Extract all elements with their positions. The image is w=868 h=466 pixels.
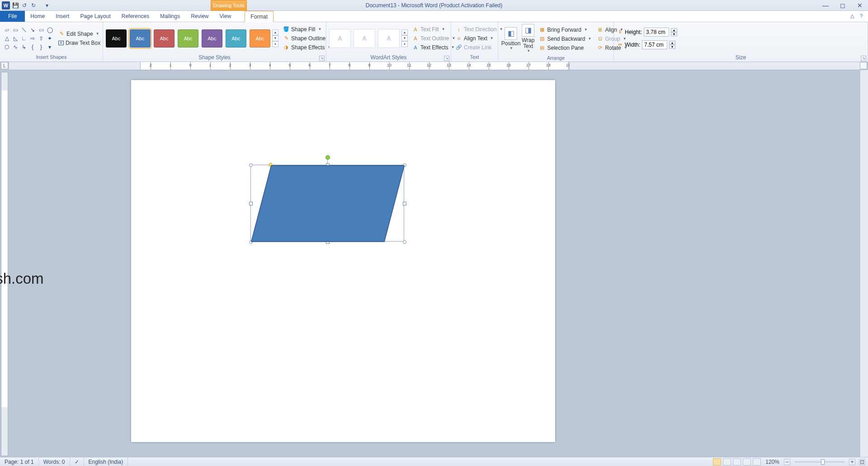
selection-pane-button[interactable]: ▤Selection Pane	[537, 44, 593, 52]
edit-shape-button[interactable]: ✎ Edit Shape ▼	[57, 30, 102, 38]
tab-review[interactable]: Review	[185, 11, 214, 22]
tab-mailings[interactable]: Mailings	[155, 11, 185, 22]
shapes-gallery[interactable]: ▱ ▭ ＼ ↘ ▭ ◯ △ ◺ ∟ ⇨ ⇧ ✦ ⬡ ∿ ↳ { } ▾	[3, 26, 54, 51]
vertical-scrollbar[interactable]	[860, 70, 868, 457]
tab-page-layout[interactable]: Page Layout	[75, 11, 116, 22]
rotate-handle[interactable]	[326, 155, 330, 160]
horizontal-ruler[interactable]: 21012345678910111213141516171819	[9, 62, 860, 70]
zoom-out-button[interactable]: −	[784, 459, 790, 465]
width-input[interactable]: 7.57 cm	[642, 40, 667, 49]
text-effects-button[interactable]: AText Effects▼	[412, 43, 455, 52]
minimize-button[interactable]: —	[819, 1, 832, 10]
shape-arrow-icon[interactable]: ↘	[28, 26, 37, 34]
height-input[interactable]: 3.78 cm	[644, 28, 669, 37]
wordart-style-2[interactable]: A	[354, 29, 375, 48]
create-link-button[interactable]: 🔗Create Link	[454, 43, 505, 52]
zoom-level[interactable]: 120%	[765, 459, 779, 465]
shape-brace-icon[interactable]: {	[28, 43, 37, 51]
shape-curve-icon[interactable]: ∿	[11, 43, 19, 51]
shape-more-icon[interactable]: ▾	[46, 43, 54, 51]
status-words[interactable]: Words: 0	[39, 457, 70, 466]
wa-gallery-more-icon[interactable]: ▾	[401, 41, 408, 47]
close-button[interactable]: ✕	[854, 1, 866, 10]
shape-brace2-icon[interactable]: }	[37, 43, 45, 51]
tab-format[interactable]: Format	[245, 11, 274, 22]
tab-view[interactable]: View	[214, 11, 237, 22]
wrap-text-button[interactable]: ◨Wrap Text▼	[521, 23, 535, 54]
height-spin-down[interactable]: ▼	[671, 32, 677, 36]
draw-text-box-button[interactable]: A Draw Text Box	[57, 39, 102, 47]
shape-outline-button[interactable]: ✎Shape Outline▼	[283, 34, 332, 43]
shape-style-5[interactable]: Abc	[226, 29, 246, 48]
shape-selection-box[interactable]	[250, 165, 404, 242]
ruler-toggle-button[interactable]	[860, 62, 867, 69]
parallelogram-shape[interactable]	[251, 165, 405, 242]
shape-styles-dialog-icon[interactable]: ↘	[319, 56, 325, 61]
vertical-ruler[interactable]	[1, 72, 8, 456]
shape-hex-icon[interactable]: ⬡	[3, 43, 11, 51]
shape-style-4[interactable]: Abc	[202, 29, 222, 48]
view-print-layout-button[interactable]	[713, 458, 721, 466]
tab-home[interactable]: Home	[25, 11, 50, 22]
undo-icon[interactable]: ↺	[21, 2, 28, 9]
shape-triangle-icon[interactable]: △	[3, 34, 11, 43]
shape-l-icon[interactable]: ∟	[20, 34, 28, 43]
word-app-icon[interactable]: W	[2, 1, 10, 10]
shape-style-3[interactable]: Abc	[178, 29, 198, 48]
gallery-up-icon[interactable]: ▲	[272, 29, 278, 35]
status-proofing[interactable]: ✓	[70, 457, 84, 466]
shape-rect-icon[interactable]: ▭	[11, 26, 19, 34]
width-spin-up[interactable]: ▲	[669, 41, 675, 45]
shape-rect2-icon[interactable]: ▭	[37, 26, 45, 34]
wordart-style-3[interactable]: A	[378, 29, 400, 48]
maximize-button[interactable]: ◻	[836, 1, 849, 10]
position-button[interactable]: ◧Position▼	[501, 26, 521, 52]
wordart-gallery[interactable]: A A A	[329, 29, 400, 48]
view-outline-button[interactable]	[743, 458, 751, 466]
shape-rtri-icon[interactable]: ◺	[11, 34, 19, 43]
save-icon[interactable]: 💾	[12, 2, 19, 9]
align-text-button[interactable]: ≡Align Text▼	[454, 34, 505, 43]
wa-gallery-up-icon[interactable]: ▲	[401, 29, 408, 35]
shape-style-6[interactable]: Abc	[250, 29, 270, 48]
shape-style-1[interactable]: Abc	[130, 29, 151, 48]
shape-style-0[interactable]: Abc	[106, 29, 127, 48]
tab-references[interactable]: References	[116, 11, 155, 22]
text-direction-button[interactable]: ↕Text Direction▼	[454, 25, 505, 33]
send-backward-button[interactable]: ▧Send Backward▼	[537, 35, 593, 43]
shape-style-gallery[interactable]: AbcAbcAbcAbcAbcAbcAbc	[106, 29, 270, 48]
tab-insert[interactable]: Insert	[50, 11, 75, 22]
gallery-more-icon[interactable]: ▾	[272, 41, 278, 47]
bring-forward-button[interactable]: ▦Bring Forward▼	[537, 26, 593, 34]
text-outline-button[interactable]: AText Outline▼	[412, 34, 455, 43]
shape-arrow2-icon[interactable]: ⇨	[28, 34, 37, 43]
document-page[interactable]	[131, 80, 555, 442]
tab-selector[interactable]: L	[1, 62, 8, 69]
status-language[interactable]: English (India)	[84, 457, 128, 466]
text-fill-button[interactable]: AText Fill▼	[412, 25, 455, 33]
view-full-screen-button[interactable]	[723, 458, 731, 466]
shape-effects-button[interactable]: ◑Shape Effects▼	[283, 43, 332, 52]
zoom-slider[interactable]	[795, 461, 844, 463]
shape-parallelogram-icon[interactable]: ▱	[3, 26, 11, 34]
minimize-ribbon-icon[interactable]: △	[849, 13, 855, 19]
height-spin-up[interactable]: ▲	[671, 28, 677, 32]
wordart-style-1[interactable]: A	[329, 29, 351, 48]
zoom-fit-button[interactable]: ⊡	[859, 459, 865, 465]
status-page[interactable]: Page: 1 of 1	[0, 457, 39, 466]
gallery-down-icon[interactable]: ▼	[272, 35, 278, 41]
width-spin-down[interactable]: ▼	[669, 45, 675, 49]
help-icon[interactable]: ?	[858, 13, 864, 19]
shape-line-icon[interactable]: ＼	[20, 26, 28, 34]
shape-connector-icon[interactable]: ↳	[20, 43, 28, 51]
view-web-layout-button[interactable]	[733, 458, 741, 466]
shape-fill-button[interactable]: 🪣Shape Fill▼	[283, 25, 332, 33]
wordart-dialog-icon[interactable]: ↘	[444, 56, 449, 61]
zoom-in-button[interactable]: +	[849, 459, 855, 465]
shape-arrow3-icon[interactable]: ⇧	[37, 34, 45, 43]
qat-customize-icon[interactable]: ▾	[43, 2, 51, 9]
redo-icon[interactable]: ↻	[30, 2, 37, 9]
shape-style-2[interactable]: Abc	[154, 29, 175, 48]
shape-oval-icon[interactable]: ◯	[46, 26, 54, 34]
wa-gallery-down-icon[interactable]: ▼	[401, 35, 408, 41]
